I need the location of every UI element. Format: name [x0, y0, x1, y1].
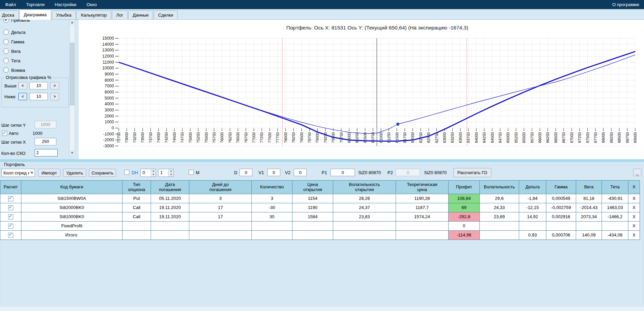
tab-5[interactable]: Данные: [128, 11, 153, 19]
radio-circle-icon: [3, 67, 9, 73]
plot-type-radio-1[interactable]: Дельта: [3, 29, 25, 36]
y-axis-label: 15000: [102, 36, 114, 41]
column-header-1[interactable]: Код бумаги: [21, 181, 122, 194]
radio-circle-icon: [3, 19, 9, 23]
above-value-input[interactable]: 10: [30, 82, 48, 89]
collapse-panel-button[interactable]: _: [633, 169, 641, 176]
dh-spinner-1[interactable]: 0 ▲▼: [140, 169, 156, 177]
plot-type-radio-4[interactable]: Тета: [3, 57, 20, 64]
auto-checkbox[interactable]: [2, 131, 7, 136]
x-axis-label: 76000: [220, 132, 224, 143]
plot-type-radio-3[interactable]: Вега: [3, 48, 21, 55]
sko-count-input[interactable]: 2: [35, 149, 58, 157]
settings-scrollbar[interactable]: ▲ ▼: [69, 19, 75, 156]
column-header-5[interactable]: Количество: [252, 181, 292, 194]
row-2-delete-button[interactable]: X: [628, 212, 640, 222]
column-header-4[interactable]: Дней до погашения: [189, 181, 252, 194]
menu-item-1[interactable]: Торговля: [21, 0, 50, 9]
column-header-11[interactable]: Дельта: [519, 181, 546, 194]
tab-1[interactable]: Диаграмма: [19, 9, 51, 20]
menu-item-0[interactable]: Файл: [0, 0, 21, 9]
x-axis-label: 76500: [236, 132, 240, 143]
plot-type-radio-5[interactable]: Вомма: [3, 67, 25, 74]
v1-input[interactable]: 0: [267, 169, 280, 176]
grid-step-y-input[interactable]: 1000: [35, 121, 56, 128]
column-header-8[interactable]: Теоретическая цена: [396, 181, 449, 194]
menu-item-3[interactable]: Окно: [81, 0, 102, 9]
save-button[interactable]: Сохранить: [89, 169, 116, 177]
tab-0[interactable]: Доска: [0, 11, 19, 19]
d-label: D: [234, 170, 237, 175]
y-axis-label: -1000: [103, 132, 114, 137]
spin-down-icon[interactable]: ▼: [151, 173, 156, 177]
d-input[interactable]: 0: [240, 169, 252, 176]
below-increase-button[interactable]: >: [50, 93, 59, 100]
calc-go-button[interactable]: Рассчитать ГО: [453, 168, 491, 177]
row-1-delete-button[interactable]: X: [628, 203, 640, 212]
column-header-15[interactable]: X: [628, 181, 640, 194]
row-3-delete-button[interactable]: X: [628, 222, 640, 231]
scroll-up-icon[interactable]: ▲: [70, 20, 75, 25]
strategy-select-value: Колл спред на: [2, 170, 29, 175]
tab-6[interactable]: Сделки: [154, 11, 177, 19]
column-header-13[interactable]: Вега: [576, 181, 602, 194]
tab-4[interactable]: Лог: [112, 11, 128, 19]
radio-circle-icon: [3, 58, 9, 63]
column-header-9[interactable]: Профит: [449, 181, 480, 194]
row-4-cell-3: [189, 231, 252, 240]
menu-about[interactable]: О программе: [607, 0, 644, 9]
radio-label: Вега: [11, 49, 21, 54]
p2-input[interactable]: 0: [396, 169, 420, 176]
tab-2[interactable]: Улыбка: [52, 11, 76, 19]
m-checkbox[interactable]: [189, 170, 194, 175]
spin-down-icon[interactable]: ▼: [169, 173, 173, 177]
import-button[interactable]: Импорт: [38, 169, 60, 177]
column-header-7[interactable]: Волатильность открытия: [333, 181, 396, 194]
x-axis-label: 85250: [514, 132, 518, 143]
delete-button[interactable]: Удалить: [63, 169, 86, 177]
plot-type-radio-0[interactable]: Прибыль: [3, 19, 30, 23]
column-header-10[interactable]: Волатильность: [480, 181, 519, 194]
spin-up-icon[interactable]: ▲: [169, 169, 173, 173]
auto-grid-value: 1000: [33, 130, 42, 137]
column-header-2[interactable]: Тип опциона: [122, 181, 151, 194]
strategy-select[interactable]: Колл спред на ▼: [1, 169, 35, 177]
horizontal-splitter[interactable]: [0, 159, 644, 162]
y-axis-label: 9000: [105, 72, 114, 77]
column-header-3[interactable]: Дата погашения: [151, 181, 189, 194]
p1-input[interactable]: 0: [330, 169, 355, 176]
x-axis-label: 74000: [156, 132, 160, 143]
below-decrease-button[interactable]: <: [18, 93, 27, 100]
row-0-delete-button[interactable]: X: [628, 194, 640, 203]
spin-up-icon[interactable]: ▲: [151, 169, 156, 173]
row-2-cell-7: 1574,24: [396, 212, 449, 222]
pl-chart[interactable]: -3000-2000-10000100020003000400050006000…: [79, 19, 644, 159]
row-2-calc-checkbox[interactable]: [8, 214, 13, 220]
x-axis-label: 83250: [450, 132, 454, 143]
y-axis-label: 12000: [102, 54, 114, 59]
scroll-thumb[interactable]: [70, 43, 74, 105]
grid-step-x-input[interactable]: 250: [35, 138, 56, 145]
v2-input[interactable]: 0: [294, 169, 307, 176]
row-0-cell-3: 3: [189, 194, 252, 203]
below-value-input[interactable]: 10: [30, 93, 48, 100]
row-0-cell-7: 1190,28: [396, 194, 449, 203]
tab-3[interactable]: Калькулятор: [76, 11, 111, 19]
menu-item-2[interactable]: Настройки: [50, 0, 81, 9]
row-0-calc-checkbox[interactable]: [8, 196, 13, 201]
above-increase-button[interactable]: >: [50, 82, 59, 89]
row-4-cell-1: [122, 231, 151, 240]
column-header-6[interactable]: Цена открытия: [292, 181, 333, 194]
above-decrease-button[interactable]: <: [18, 82, 27, 89]
row-3-calc-checkbox[interactable]: [8, 224, 13, 229]
plot-type-radio-2[interactable]: Гамма: [3, 38, 24, 45]
row-1-calc-checkbox[interactable]: [8, 205, 13, 210]
column-header-0[interactable]: Расчет: [0, 181, 21, 194]
scroll-down-icon[interactable]: ▼: [70, 150, 75, 156]
row-4-delete-button[interactable]: X: [628, 231, 640, 240]
dh-spinner-2[interactable]: 1 ▲▼: [158, 169, 174, 177]
column-header-14[interactable]: Тета: [602, 181, 628, 194]
row-4-calc-checkbox[interactable]: [8, 233, 13, 238]
dh-checkbox[interactable]: [124, 170, 129, 175]
column-header-12[interactable]: Гамма: [546, 181, 576, 194]
